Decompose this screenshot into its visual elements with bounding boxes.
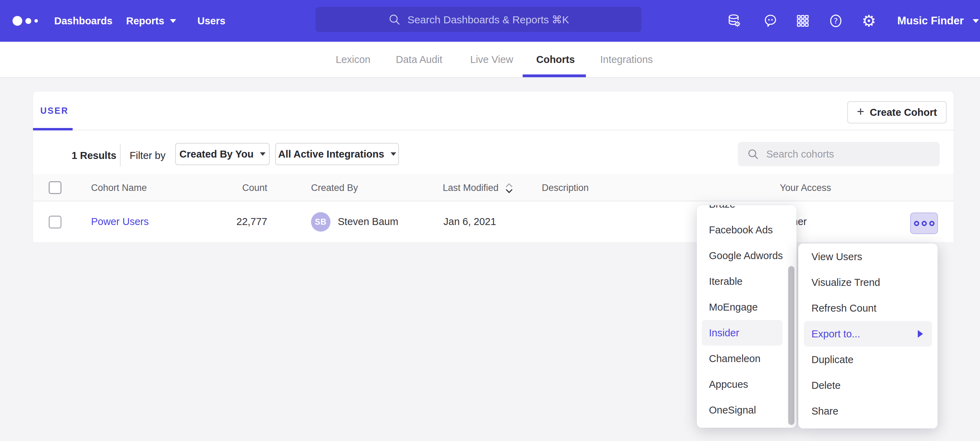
cohort-count-value: 22,777 <box>207 201 267 242</box>
tab-live-view[interactable]: Live View <box>470 42 513 77</box>
chevron-down-icon <box>391 152 396 156</box>
select-all-checkbox[interactable] <box>49 181 62 194</box>
active-tab-underline <box>523 74 586 77</box>
search-icon <box>388 13 401 26</box>
nav-item-dashboards[interactable]: Dashboards <box>54 0 113 42</box>
more-dot-icon <box>914 221 919 226</box>
row-context-menu: View Users Visualize Trend Refresh Count… <box>798 243 938 428</box>
submenu-item-iterable[interactable]: Iterable <box>697 268 797 294</box>
more-dot-icon <box>922 221 927 226</box>
plus-icon: + <box>857 104 864 119</box>
tab-lexicon[interactable]: Lexicon <box>336 42 371 77</box>
menu-item-duplicate[interactable]: Duplicate <box>798 347 938 372</box>
tab-cohorts[interactable]: Cohorts <box>536 42 575 77</box>
menu-item-view-users[interactable]: View Users <box>798 244 938 270</box>
submenu-item-chameleon[interactable]: Chameleon <box>697 346 797 371</box>
submenu-item-moengage[interactable]: MoEngage <box>697 294 797 320</box>
export-submenu-list: Braze Facebook Ads Google Adwords Iterab… <box>697 205 797 423</box>
results-count: 1 Results <box>72 144 116 167</box>
more-dot-icon <box>929 221 934 226</box>
search-icon <box>747 148 759 160</box>
submenu-item-appcues[interactable]: Appcues <box>697 371 797 397</box>
cohort-type-tab-row: USER + Create Cohort <box>33 91 954 130</box>
filter-integrations-value: All Active Integrations <box>278 149 384 160</box>
project-caret-icon <box>973 19 979 23</box>
logo-dot-large <box>13 16 22 26</box>
col-header-your-access[interactable]: Your Access <box>780 174 831 201</box>
data-management-button[interactable] <box>726 13 741 29</box>
export-to-label: Export to... <box>811 328 860 340</box>
project-switcher[interactable]: Music Finder <box>897 0 979 42</box>
submenu-item-google-adwords[interactable]: Google Adwords <box>697 243 797 268</box>
global-search-button[interactable]: Search Dashboards & Reports ⌘K <box>315 7 641 32</box>
user-tab-underline <box>33 128 73 130</box>
menu-item-visualize-trend[interactable]: Visualize Trend <box>798 270 938 295</box>
apps-grid-button[interactable] <box>795 13 810 29</box>
tab-integrations[interactable]: Integrations <box>600 42 653 77</box>
table-header-row: Cohort Name Count Created By Last Modifi… <box>33 174 954 201</box>
svg-text:?: ? <box>834 17 838 26</box>
submenu-item-braze[interactable]: Braze <box>697 205 797 217</box>
help-icon: ? <box>828 13 843 29</box>
chevron-down-icon <box>260 152 266 156</box>
col-header-created-by[interactable]: Created By <box>311 174 358 201</box>
filter-created-by-value: Created By You <box>179 149 253 160</box>
submenu-item-facebook-ads[interactable]: Facebook Ads <box>697 217 797 243</box>
submenu-item-onesignal[interactable]: OneSignal <box>697 397 797 423</box>
feedback-bubble-icon <box>763 13 778 29</box>
project-name: Music Finder <box>897 14 964 27</box>
reports-caret-icon <box>170 19 176 23</box>
creator-name: Steven Baum <box>338 201 398 242</box>
apps-grid-icon <box>795 13 810 29</box>
filter-integrations-dropdown[interactable]: All Active Integrations <box>275 143 399 165</box>
settings-gear-icon: ⚙ <box>862 13 876 29</box>
cohorts-card: USER + Create Cohort 1 Results Filter by… <box>33 91 954 242</box>
col-header-description[interactable]: Description <box>542 174 589 201</box>
section-tab-bar: Lexicon Data Audit Live View Cohorts Int… <box>0 42 980 78</box>
submenu-arrow-icon <box>918 330 923 338</box>
help-button[interactable]: ? <box>828 13 843 29</box>
nav-item-users[interactable]: Users <box>197 0 226 42</box>
logo-dot-small <box>34 19 38 22</box>
last-modified-value: Jan 6, 2021 <box>444 201 496 242</box>
top-nav-bar: Dashboards Reports Users Search Dashboar… <box>0 0 980 42</box>
col-header-cohort-name[interactable]: Cohort Name <box>91 174 147 201</box>
tab-user-cohorts[interactable]: USER <box>40 91 68 130</box>
export-submenu: Braze Facebook Ads Google Adwords Iterab… <box>697 205 797 428</box>
filter-created-by-dropdown[interactable]: Created By You <box>175 143 270 165</box>
submenu-item-insider[interactable]: Insider <box>702 320 783 346</box>
menu-item-export-to[interactable]: Export to... <box>804 321 932 347</box>
tab-data-audit[interactable]: Data Audit <box>396 42 442 77</box>
create-cohort-label: Create Cohort <box>870 107 937 118</box>
filter-divider <box>120 144 121 166</box>
global-search-placeholder: Search Dashboards & Reports ⌘K <box>407 14 569 26</box>
cohort-search-input[interactable] <box>766 149 919 160</box>
nav-item-reports[interactable]: Reports <box>126 0 164 42</box>
logo-dot-medium <box>25 18 31 24</box>
cohort-search-box <box>738 142 940 166</box>
creator-avatar: SB <box>311 212 331 232</box>
cohort-table-row: Power Users 22,777 SB Steven Baum Jan 6,… <box>33 201 954 242</box>
col-header-count[interactable]: Count <box>207 174 267 201</box>
row-checkbox[interactable] <box>49 216 62 228</box>
col-header-last-modified[interactable]: Last Modified <box>443 174 499 201</box>
filter-by-label: Filter by <box>130 144 165 167</box>
feedback-button[interactable] <box>763 13 778 29</box>
sort-chevrons-icon[interactable] <box>504 182 514 195</box>
mixpanel-dots-logo[interactable] <box>13 0 38 42</box>
submenu-scrollbar-thumb[interactable] <box>788 266 794 425</box>
settings-button[interactable]: ⚙ <box>861 13 877 29</box>
menu-item-refresh-count[interactable]: Refresh Count <box>798 295 938 321</box>
app-window: Dashboards Reports Users Search Dashboar… <box>0 0 980 441</box>
menu-item-share[interactable]: Share <box>798 398 938 424</box>
row-more-actions-button[interactable] <box>910 213 938 234</box>
data-management-icon <box>726 13 741 29</box>
create-cohort-button[interactable]: + Create Cohort <box>847 101 947 123</box>
menu-item-delete[interactable]: Delete <box>798 372 938 398</box>
cohort-name-link[interactable]: Power Users <box>91 201 149 242</box>
